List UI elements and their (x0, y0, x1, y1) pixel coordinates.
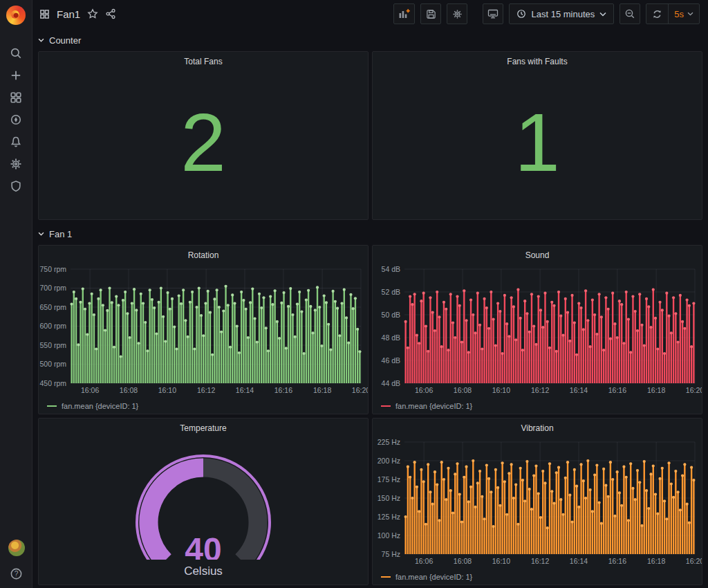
svg-text:16:18: 16:18 (647, 386, 665, 394)
panel-sound: Sound 44 dB46 dB48 dB50 dB52 dB54 dB16:0… (372, 245, 702, 414)
svg-text:16:12: 16:12 (197, 386, 215, 394)
svg-text:16:06: 16:06 (81, 386, 99, 394)
help-icon[interactable]: ? (7, 567, 26, 580)
panel-total-fans: Total Fans 2 (38, 51, 369, 220)
panel-title[interactable]: Temperature (39, 419, 368, 433)
svg-text:16:20: 16:20 (352, 386, 368, 394)
svg-text:16:20: 16:20 (686, 386, 702, 394)
svg-text:16:06: 16:06 (415, 557, 433, 565)
svg-text:46 dB: 46 dB (382, 356, 400, 365)
alerting-bell-icon[interactable] (6, 136, 26, 148)
svg-text:16:08: 16:08 (120, 386, 138, 394)
panel-title[interactable]: Vibration (373, 419, 702, 433)
legend-item[interactable]: fan.mean {deviceID: 1} (381, 573, 472, 581)
legend-item[interactable]: fan.mean {deviceID: 1} (47, 402, 138, 410)
svg-text:450 rpm: 450 rpm (39, 379, 66, 387)
gauge-unit-label: Celsius (39, 564, 368, 578)
svg-text:16:14: 16:14 (570, 557, 588, 565)
svg-text:750 rpm: 750 rpm (39, 265, 66, 273)
svg-text:16:10: 16:10 (158, 386, 176, 394)
chevron-down-icon (38, 38, 44, 42)
time-range-picker[interactable]: Last 15 minutes (509, 3, 614, 24)
share-icon[interactable] (105, 8, 116, 19)
legend-color-dash (381, 405, 391, 407)
svg-text:16:14: 16:14 (570, 386, 588, 394)
row-label: Counter (49, 35, 81, 46)
explore-compass-icon[interactable] (6, 113, 26, 126)
sidebar: ? (0, 0, 32, 588)
svg-text:16:16: 16:16 (608, 557, 626, 565)
clock-icon (516, 9, 526, 19)
dashboard-title[interactable]: Fan1 (57, 8, 80, 20)
vibration-chart[interactable]: 75 Hz100 Hz125 Hz150 Hz175 Hz200 Hz225 H… (373, 437, 702, 568)
svg-text:54 dB: 54 dB (382, 265, 400, 273)
star-icon[interactable] (87, 8, 98, 19)
dashboard-apps-icon (39, 9, 50, 19)
panel-title[interactable]: Sound (373, 246, 702, 260)
svg-text:16:16: 16:16 (274, 386, 292, 394)
row-header-counter[interactable]: Counter (38, 33, 702, 47)
add-panel-button[interactable] (393, 3, 415, 24)
zoom-out-time-button[interactable] (620, 3, 640, 24)
svg-text:16:12: 16:12 (531, 386, 549, 394)
svg-text:16:08: 16:08 (454, 557, 472, 565)
dashboard-content: Counter Total Fans 2 Fans with Faults 1 … (32, 28, 708, 588)
legend-item[interactable]: fan.mean {deviceID: 1} (381, 402, 472, 410)
svg-text:16:10: 16:10 (492, 386, 510, 394)
grafana-logo[interactable] (6, 6, 26, 25)
panel-title[interactable]: Fans with Faults (373, 52, 702, 66)
svg-text:75 Hz: 75 Hz (382, 550, 400, 558)
svg-text:16:18: 16:18 (647, 557, 665, 565)
sound-chart[interactable]: 44 dB46 dB48 dB50 dB52 dB54 dB16:0616:08… (373, 264, 702, 397)
refresh-interval-label: 5s (674, 9, 684, 19)
save-dashboard-button[interactable] (420, 3, 441, 24)
svg-text:44 dB: 44 dB (382, 379, 400, 387)
svg-text:?: ? (15, 570, 19, 578)
row-label: Fan 1 (49, 229, 72, 239)
panel-title[interactable]: Total Fans (39, 52, 368, 66)
cycle-view-mode-button[interactable] (483, 3, 503, 24)
svg-text:16:14: 16:14 (236, 386, 254, 394)
dashboards-icon[interactable] (6, 91, 26, 104)
legend-label: fan.mean {deviceID: 1} (395, 573, 472, 581)
legend-label: fan.mean {deviceID: 1} (62, 402, 138, 410)
svg-text:16:06: 16:06 (415, 386, 433, 394)
svg-text:700 rpm: 700 rpm (39, 284, 66, 292)
svg-text:40: 40 (185, 531, 221, 560)
panel-temperature: Temperature 40 Celsius (38, 418, 369, 585)
svg-text:16:20: 16:20 (686, 557, 702, 565)
row-header-fan1[interactable]: Fan 1 (38, 227, 702, 241)
rotation-chart[interactable]: 450 rpm500 rpm550 rpm600 rpm650 rpm700 r… (39, 264, 368, 397)
panel-vibration: Vibration 75 Hz100 Hz125 Hz150 Hz175 Hz2… (372, 418, 702, 585)
configuration-gear-icon[interactable] (6, 158, 26, 170)
time-range-label: Last 15 minutes (531, 9, 595, 19)
panel-rotation: Rotation 450 rpm500 rpm550 rpm600 rpm650… (38, 245, 369, 414)
svg-text:100 Hz: 100 Hz (378, 531, 400, 540)
refresh-dashboard-button[interactable] (646, 4, 668, 24)
refresh-interval-dropdown[interactable]: 5s (668, 4, 699, 24)
search-icon[interactable] (6, 47, 26, 59)
stat-value: 2 (39, 66, 368, 219)
legend-label: fan.mean {deviceID: 1} (395, 402, 472, 410)
dashboard-settings-button[interactable] (447, 3, 467, 24)
svg-text:125 Hz: 125 Hz (378, 513, 400, 521)
svg-text:16:18: 16:18 (313, 386, 331, 394)
chevron-down-icon (599, 12, 606, 17)
stat-value: 1 (373, 66, 702, 219)
temperature-gauge: 40 (39, 438, 368, 560)
user-avatar[interactable] (8, 540, 25, 556)
svg-text:550 rpm: 550 rpm (39, 341, 66, 349)
svg-text:48 dB: 48 dB (382, 333, 400, 342)
chevron-down-icon (38, 232, 44, 236)
svg-text:16:12: 16:12 (531, 557, 549, 565)
admin-shield-icon[interactable] (6, 180, 26, 192)
svg-text:16:10: 16:10 (492, 557, 510, 565)
svg-text:16:08: 16:08 (454, 386, 472, 394)
refresh-button-group: 5s (646, 3, 700, 24)
chevron-down-icon (687, 12, 693, 16)
legend-color-dash (47, 405, 57, 407)
panel-title[interactable]: Rotation (39, 246, 368, 260)
create-plus-icon[interactable] (6, 69, 26, 82)
svg-text:225 Hz: 225 Hz (378, 438, 400, 446)
svg-text:52 dB: 52 dB (382, 288, 400, 296)
